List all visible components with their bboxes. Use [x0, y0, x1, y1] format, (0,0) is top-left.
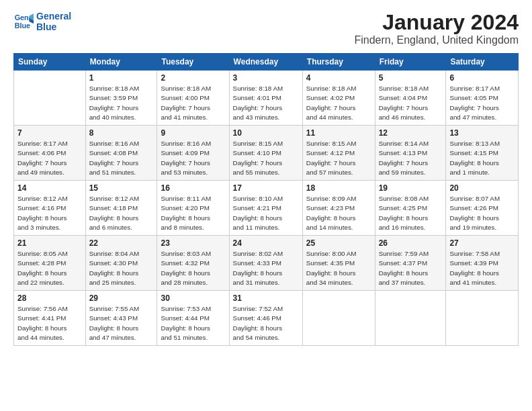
- day-info: Sunrise: 8:12 AMSunset: 4:16 PMDaylight:…: [17, 194, 82, 232]
- day-number: 25: [306, 238, 371, 248]
- day-info: Sunrise: 8:18 AMSunset: 4:00 PMDaylight:…: [161, 84, 225, 122]
- calendar-cell: 21Sunrise: 8:05 AMSunset: 4:28 PMDayligh…: [14, 236, 86, 291]
- day-number: 4: [306, 73, 371, 83]
- logo: General Blue General Blue: [13, 11, 71, 32]
- day-number: 21: [17, 238, 82, 248]
- day-number: 19: [379, 183, 443, 193]
- day-number: 5: [379, 73, 443, 83]
- day-info: Sunrise: 8:03 AMSunset: 4:32 PMDaylight:…: [161, 249, 225, 287]
- day-number: 26: [379, 238, 443, 248]
- day-info: Sunrise: 8:05 AMSunset: 4:28 PMDaylight:…: [17, 249, 82, 287]
- day-number: 23: [161, 238, 225, 248]
- calendar-cell: 12Sunrise: 8:14 AMSunset: 4:13 PMDayligh…: [375, 126, 446, 181]
- calendar-cell: 15Sunrise: 8:12 AMSunset: 4:18 PMDayligh…: [85, 181, 157, 236]
- calendar-cell: 8Sunrise: 8:16 AMSunset: 4:08 PMDaylight…: [85, 126, 157, 181]
- main-title: January 2024: [354, 11, 519, 34]
- calendar-cell: 31Sunrise: 7:52 AMSunset: 4:46 PMDayligh…: [229, 291, 302, 346]
- calendar-header-row: SundayMondayTuesdayWednesdayThursdayFrid…: [14, 54, 519, 71]
- day-number: 14: [17, 183, 82, 193]
- day-number: 31: [233, 293, 299, 303]
- day-number: 17: [233, 183, 299, 193]
- calendar-cell: 23Sunrise: 8:03 AMSunset: 4:32 PMDayligh…: [157, 236, 229, 291]
- day-number: 10: [233, 128, 299, 138]
- calendar-cell: 26Sunrise: 7:59 AMSunset: 4:37 PMDayligh…: [375, 236, 446, 291]
- page: General Blue General Blue January 2024 F…: [0, 0, 532, 411]
- day-info: Sunrise: 7:52 AMSunset: 4:46 PMDaylight:…: [233, 304, 299, 342]
- col-header-sunday: Sunday: [14, 54, 86, 71]
- day-number: 27: [449, 238, 515, 248]
- day-number: 18: [306, 183, 371, 193]
- calendar-cell: 19Sunrise: 8:08 AMSunset: 4:25 PMDayligh…: [375, 181, 446, 236]
- calendar-cell: 30Sunrise: 7:53 AMSunset: 4:44 PMDayligh…: [157, 291, 229, 346]
- calendar-cell: 25Sunrise: 8:00 AMSunset: 4:35 PMDayligh…: [302, 236, 375, 291]
- day-number: 30: [161, 293, 225, 303]
- day-number: 2: [161, 73, 225, 83]
- calendar-cell: 17Sunrise: 8:10 AMSunset: 4:21 PMDayligh…: [229, 181, 302, 236]
- subtitle: Findern, England, United Kingdom: [354, 34, 519, 46]
- calendar-cell: 4Sunrise: 8:18 AMSunset: 4:02 PMDaylight…: [302, 71, 375, 126]
- calendar-week-3: 14Sunrise: 8:12 AMSunset: 4:16 PMDayligh…: [14, 181, 519, 236]
- calendar-cell: [375, 291, 446, 346]
- col-header-monday: Monday: [85, 54, 157, 71]
- day-info: Sunrise: 8:12 AMSunset: 4:18 PMDaylight:…: [89, 194, 154, 232]
- header: General Blue General Blue January 2024 F…: [13, 11, 519, 46]
- calendar-cell: 22Sunrise: 8:04 AMSunset: 4:30 PMDayligh…: [85, 236, 157, 291]
- day-info: Sunrise: 8:18 AMSunset: 4:04 PMDaylight:…: [379, 84, 443, 122]
- day-info: Sunrise: 8:18 AMSunset: 4:02 PMDaylight:…: [306, 84, 371, 122]
- day-info: Sunrise: 8:00 AMSunset: 4:35 PMDaylight:…: [306, 249, 371, 287]
- svg-text:Blue: Blue: [15, 21, 30, 30]
- calendar-cell: 10Sunrise: 8:15 AMSunset: 4:10 PMDayligh…: [229, 126, 302, 181]
- calendar-cell: 14Sunrise: 8:12 AMSunset: 4:16 PMDayligh…: [14, 181, 86, 236]
- logo-line2: Blue: [36, 21, 71, 32]
- calendar-cell: [14, 71, 86, 126]
- day-number: 8: [89, 128, 154, 138]
- calendar-week-5: 28Sunrise: 7:56 AMSunset: 4:41 PMDayligh…: [14, 291, 519, 346]
- day-info: Sunrise: 8:17 AMSunset: 4:05 PMDaylight:…: [449, 84, 515, 122]
- day-number: 20: [449, 183, 515, 193]
- day-number: 6: [449, 73, 515, 83]
- calendar-cell: 6Sunrise: 8:17 AMSunset: 4:05 PMDaylight…: [446, 71, 519, 126]
- day-info: Sunrise: 8:18 AMSunset: 3:59 PMDaylight:…: [89, 84, 154, 122]
- title-block: January 2024 Findern, England, United Ki…: [354, 11, 519, 46]
- col-header-wednesday: Wednesday: [229, 54, 302, 71]
- day-info: Sunrise: 8:11 AMSunset: 4:20 PMDaylight:…: [161, 194, 225, 232]
- col-header-tuesday: Tuesday: [157, 54, 229, 71]
- calendar-cell: 29Sunrise: 7:55 AMSunset: 4:43 PMDayligh…: [85, 291, 157, 346]
- calendar-cell: 27Sunrise: 7:58 AMSunset: 4:39 PMDayligh…: [446, 236, 519, 291]
- day-info: Sunrise: 8:07 AMSunset: 4:26 PMDaylight:…: [449, 194, 515, 232]
- day-info: Sunrise: 8:15 AMSunset: 4:12 PMDaylight:…: [306, 139, 371, 177]
- calendar-cell: 9Sunrise: 8:16 AMSunset: 4:09 PMDaylight…: [157, 126, 229, 181]
- day-number: 22: [89, 238, 154, 248]
- day-number: 24: [233, 238, 299, 248]
- calendar-cell: 11Sunrise: 8:15 AMSunset: 4:12 PMDayligh…: [302, 126, 375, 181]
- day-info: Sunrise: 7:53 AMSunset: 4:44 PMDaylight:…: [161, 304, 225, 342]
- calendar-cell: [302, 291, 375, 346]
- day-info: Sunrise: 8:09 AMSunset: 4:23 PMDaylight:…: [306, 194, 371, 232]
- calendar-week-2: 7Sunrise: 8:17 AMSunset: 4:06 PMDaylight…: [14, 126, 519, 181]
- calendar-cell: 5Sunrise: 8:18 AMSunset: 4:04 PMDaylight…: [375, 71, 446, 126]
- calendar-cell: 28Sunrise: 7:56 AMSunset: 4:41 PMDayligh…: [14, 291, 86, 346]
- calendar-table: SundayMondayTuesdayWednesdayThursdayFrid…: [13, 53, 519, 346]
- logo-line1: General: [36, 11, 71, 21]
- col-header-thursday: Thursday: [302, 54, 375, 71]
- day-info: Sunrise: 8:08 AMSunset: 4:25 PMDaylight:…: [379, 194, 443, 232]
- day-number: 3: [233, 73, 299, 83]
- day-info: Sunrise: 8:16 AMSunset: 4:08 PMDaylight:…: [89, 139, 154, 177]
- day-number: 11: [306, 128, 371, 138]
- calendar-week-4: 21Sunrise: 8:05 AMSunset: 4:28 PMDayligh…: [14, 236, 519, 291]
- day-number: 9: [161, 128, 225, 138]
- calendar-cell: 24Sunrise: 8:02 AMSunset: 4:33 PMDayligh…: [229, 236, 302, 291]
- logo-icon: General Blue: [13, 11, 34, 32]
- day-number: 1: [89, 73, 154, 83]
- day-info: Sunrise: 8:16 AMSunset: 4:09 PMDaylight:…: [161, 139, 225, 177]
- day-info: Sunrise: 7:58 AMSunset: 4:39 PMDaylight:…: [449, 249, 515, 287]
- day-info: Sunrise: 8:02 AMSunset: 4:33 PMDaylight:…: [233, 249, 299, 287]
- col-header-saturday: Saturday: [446, 54, 519, 71]
- day-info: Sunrise: 7:56 AMSunset: 4:41 PMDaylight:…: [17, 304, 82, 342]
- day-info: Sunrise: 7:59 AMSunset: 4:37 PMDaylight:…: [379, 249, 443, 287]
- calendar-cell: [446, 291, 519, 346]
- day-info: Sunrise: 8:10 AMSunset: 4:21 PMDaylight:…: [233, 194, 299, 232]
- day-number: 29: [89, 293, 154, 303]
- calendar-cell: 13Sunrise: 8:13 AMSunset: 4:15 PMDayligh…: [446, 126, 519, 181]
- day-number: 12: [379, 128, 443, 138]
